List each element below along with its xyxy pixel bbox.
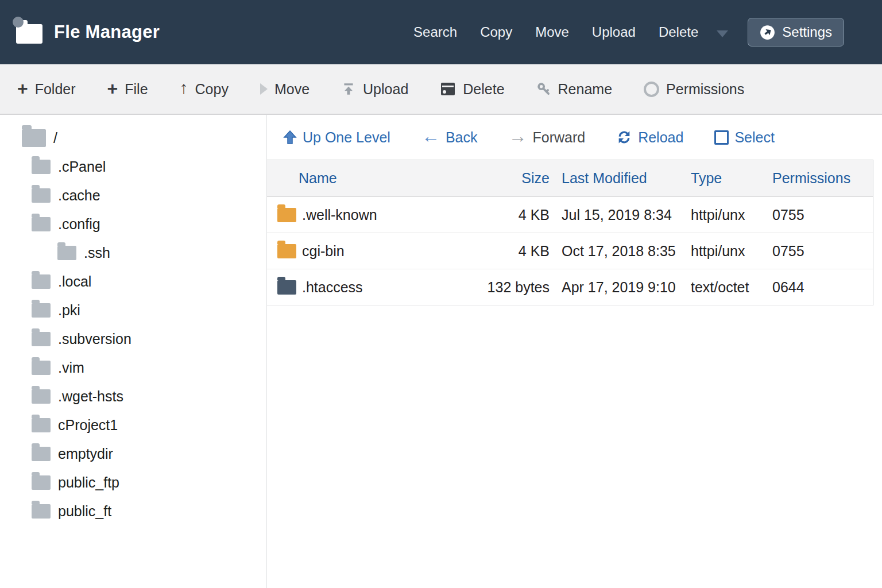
- triangle-right-icon: [260, 83, 268, 95]
- folder-tree-sidebar: / .cPanel .cache .config .ssh: [0, 115, 266, 588]
- folder-icon: [32, 274, 51, 289]
- upload-label: Upload: [363, 81, 408, 98]
- app-header: Fle Manager Search Copy Move Upload Dele…: [0, 0, 882, 64]
- sidebar-folder-item[interactable]: .ssh: [0, 238, 266, 267]
- delete-label: Delete: [463, 81, 504, 98]
- header-menu: Search Copy Move Upload Delete Settings: [413, 0, 844, 64]
- folder-icon: [32, 475, 51, 490]
- sidebar-folder-item[interactable]: cProject1: [0, 411, 266, 439]
- folder-icon: [22, 129, 46, 147]
- key-icon: [536, 82, 551, 96]
- sidebar-folder-item[interactable]: .subversion: [0, 324, 266, 353]
- table-row[interactable]: cgi-bin 4 KB Oct 17, 2018 8:35 httpi/unx…: [267, 233, 873, 269]
- up-one-level-button[interactable]: Up One Level: [283, 129, 390, 146]
- arrow-up-icon: ↑: [180, 79, 188, 96]
- forward-label: Forward: [532, 129, 585, 146]
- sidebar-folder-item[interactable]: public_ftp: [0, 468, 266, 497]
- rename-label: Rename: [558, 81, 613, 98]
- table-header-row: Name Size Last Modified Type Permissions: [267, 160, 873, 197]
- table-row[interactable]: .well-known 4 KB Jul 15, 2019 8:34 httpi…: [267, 197, 873, 233]
- menu-copy[interactable]: Copy: [480, 24, 512, 40]
- up-one-level-label: Up One Level: [303, 129, 390, 146]
- back-button[interactable]: ← Back: [421, 129, 478, 146]
- new-folder-button[interactable]: + Folder: [17, 81, 76, 98]
- folder-badge-icon: [16, 24, 42, 44]
- select-button[interactable]: Select: [714, 129, 774, 146]
- chevron-down-icon[interactable]: [717, 30, 728, 37]
- column-header-name[interactable]: Name: [267, 170, 474, 187]
- settings-arrow-icon: [760, 25, 775, 40]
- menu-move[interactable]: Move: [535, 24, 569, 40]
- permissions-button[interactable]: Permissions: [644, 81, 744, 98]
- folder-icon: [57, 246, 76, 260]
- folder-label: cProject1: [58, 417, 118, 434]
- folder-label: .config: [58, 216, 100, 233]
- folder-icon: [32, 389, 51, 404]
- folder-icon: [32, 447, 51, 461]
- item-permissions: 0644: [769, 279, 873, 296]
- sidebar-folder-item[interactable]: emptydir: [0, 439, 266, 468]
- folder-icon: [32, 361, 51, 375]
- forward-button[interactable]: → Forward: [508, 129, 585, 146]
- reload-button[interactable]: Reload: [616, 129, 683, 146]
- copy-button[interactable]: ↑ Copy: [180, 81, 229, 98]
- sidebar-folder-item[interactable]: .local: [0, 267, 266, 296]
- trash-icon: [440, 82, 456, 96]
- rename-button[interactable]: Rename: [536, 81, 613, 98]
- navigation-bar: Up One Level ← Back → Forward Reload Sel…: [267, 115, 873, 160]
- select-label: Select: [734, 129, 774, 146]
- folder-label: .cache: [58, 187, 100, 204]
- file-table: Name Size Last Modified Type Permissions…: [267, 160, 873, 305]
- menu-upload[interactable]: Upload: [592, 24, 636, 40]
- item-type: httpi/unx: [689, 207, 769, 223]
- menu-search[interactable]: Search: [413, 24, 457, 40]
- item-type: httpi/unx: [689, 243, 769, 260]
- folder-orange-icon: [277, 244, 296, 258]
- menu-delete[interactable]: Delete: [659, 24, 698, 40]
- back-label: Back: [446, 129, 478, 146]
- sidebar-folder-item[interactable]: .cPanel: [0, 152, 266, 181]
- item-modified: Jul 15, 2019 8:34: [554, 207, 689, 223]
- item-modified: Oct 17, 2018 8:35: [554, 243, 689, 260]
- item-size: 132 bytes: [474, 279, 554, 296]
- item-modified: Apr 17, 2019 9:10: [554, 279, 689, 296]
- arrow-right-icon: →: [508, 127, 527, 145]
- column-header-modified[interactable]: Last Modified: [554, 170, 689, 187]
- sidebar-folder-item[interactable]: /: [0, 123, 266, 152]
- column-header-permissions[interactable]: Permissions: [769, 170, 873, 187]
- item-size: 4 KB: [474, 243, 554, 260]
- folder-icon: [32, 418, 51, 432]
- folder-icon: [32, 332, 51, 346]
- folder-icon: [32, 303, 51, 318]
- arrow-left-icon: ←: [421, 127, 440, 145]
- permissions-label: Permissions: [666, 81, 744, 98]
- column-header-size[interactable]: Size: [474, 170, 554, 187]
- move-label: Move: [274, 81, 310, 98]
- settings-label: Settings: [782, 24, 832, 40]
- folder-label: /: [53, 130, 57, 146]
- item-name: cgi-bin: [302, 243, 345, 260]
- new-file-button[interactable]: + File: [107, 81, 148, 98]
- new-folder-label: Folder: [35, 81, 76, 98]
- sidebar-folder-item[interactable]: .wget-hsts: [0, 382, 266, 411]
- move-button[interactable]: Move: [260, 81, 310, 98]
- folder-label: .cPanel: [58, 158, 106, 175]
- upload-icon: [341, 82, 356, 96]
- sidebar-folder-item[interactable]: .vim: [0, 353, 266, 382]
- table-row[interactable]: .htaccess 132 bytes Apr 17, 2019 9:10 te…: [267, 269, 873, 305]
- delete-button[interactable]: Delete: [440, 81, 504, 98]
- item-permissions: 0755: [769, 207, 873, 223]
- folder-label: .local: [58, 273, 91, 290]
- upload-button[interactable]: Upload: [341, 81, 408, 98]
- column-header-type[interactable]: Type: [689, 170, 769, 187]
- table-body: .well-known 4 KB Jul 15, 2019 8:34 httpi…: [267, 197, 873, 305]
- arrow-up-icon: [283, 130, 297, 145]
- sidebar-folder-item[interactable]: .cache: [0, 181, 266, 210]
- sidebar-folder-item[interactable]: .pki: [0, 296, 266, 324]
- reload-icon: [616, 129, 632, 145]
- folder-label: .vim: [58, 359, 84, 376]
- folder-label: public_ft: [58, 503, 111, 520]
- sidebar-folder-item[interactable]: public_ft: [0, 497, 266, 525]
- settings-button[interactable]: Settings: [748, 18, 844, 47]
- sidebar-folder-item[interactable]: .config: [0, 210, 266, 238]
